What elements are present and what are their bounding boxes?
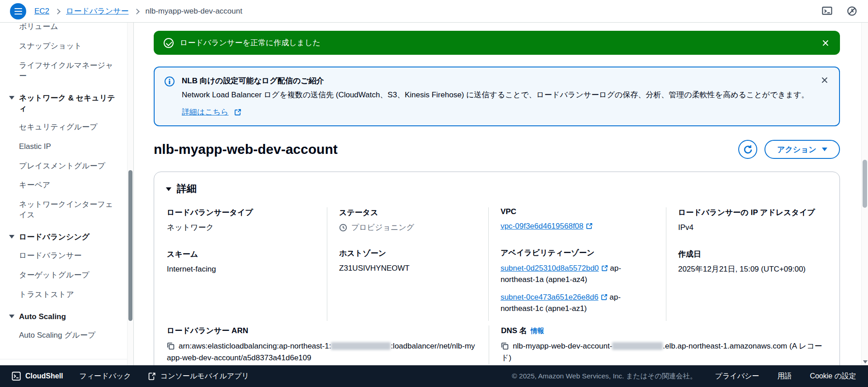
clock-slash-icon[interactable]: [846, 5, 858, 17]
mobile-app-icon: [147, 372, 156, 381]
sidebar-item-volumes[interactable]: ボリューム: [0, 23, 133, 37]
sidebar-scrollbar[interactable]: [127, 23, 133, 365]
main-content: ロードバランサーを正常に作成しました NLB 向けの設定可能なログ配信のご紹介 …: [134, 23, 868, 365]
details-column-2: ステータス プロビジョニング ホストゾーン Z31USIVHYNEOWT: [327, 207, 489, 321]
sidebar-item-settings[interactable]: 設定: [0, 359, 133, 365]
breadcrumb-ec2[interactable]: EC2: [34, 7, 49, 16]
sidebar-item-snapshots[interactable]: スナップショット: [0, 37, 133, 56]
actions-dropdown-button[interactable]: アクション: [764, 140, 840, 159]
field-status: ステータス プロビジョニング: [339, 207, 476, 233]
page-title: nlb-myapp-web-dev-account: [154, 142, 338, 157]
sidebar-item-load-balancers[interactable]: ロードバランサー: [0, 246, 133, 266]
sidebar-section-auto-scaling[interactable]: Auto Scaling: [0, 305, 133, 326]
flash-message: ロードバランサーを正常に作成しました: [180, 38, 321, 48]
sidebar-section-load-balancing[interactable]: ロードバランシング: [0, 225, 133, 246]
caret-down-icon: [9, 315, 14, 318]
alert-content: NLB 向けの設定可能なログ配信のご紹介 Network Load Balanc…: [182, 76, 813, 117]
caret-down-icon: [166, 187, 171, 191]
sidebar-item-elastic-ip[interactable]: Elastic IP: [0, 137, 133, 157]
field-vpc: VPC vpc-09f3e6d4619568f08: [500, 207, 654, 232]
flash-close-button[interactable]: [821, 38, 830, 48]
page-actions: アクション: [738, 140, 840, 159]
subnet-2-link[interactable]: subnet-0ce473a651e26e8d6: [500, 293, 598, 301]
terms-link[interactable]: 用語: [777, 372, 792, 381]
copy-icon[interactable]: [167, 342, 175, 350]
sidebar-section-network-security[interactable]: ネットワーク & セキュリティ: [0, 86, 133, 118]
topnav-right-tools: [821, 5, 858, 17]
details-heading: 詳細: [177, 182, 197, 196]
vpc-link[interactable]: vpc-09f3e6d4619568f08: [500, 222, 583, 230]
learn-more-link[interactable]: 詳細はこちら: [182, 107, 241, 117]
top-navigation: EC2 ロードバランサー nlb-myapp-web-dev-account: [0, 0, 868, 23]
chevron-right-icon: [134, 9, 140, 14]
caret-down-icon: [9, 235, 14, 239]
details-expander[interactable]: 詳細: [166, 182, 828, 196]
nlb-log-info-alert: NLB 向けの設定可能なログ配信のご紹介 Network Load Balanc…: [154, 67, 840, 126]
details-grid: ロードバランサータイプ ネットワーク スキーム Internet-facing …: [166, 207, 828, 321]
details-column-3: VPC vpc-09f3e6d4619568f08 アベイラビリティーゾーン s…: [489, 207, 666, 321]
subnet-row: subnet-0ce473a651e26e8d6 ap-northeast-1c…: [500, 291, 654, 315]
details-card: 詳細 ロードバランサータイプ ネットワーク スキーム Internet-faci…: [154, 172, 840, 365]
copyright-text: © 2025, Amazon Web Services, Inc. またはその関…: [512, 372, 697, 381]
pending-clock-icon: [339, 224, 347, 232]
sidebar-scrollbar-thumb[interactable]: [128, 170, 132, 321]
footer-right: © 2025, Amazon Web Services, Inc. またはその関…: [512, 372, 856, 381]
sidebar-section-label: ネットワーク & セキュリティ: [19, 93, 120, 114]
dns-info-link[interactable]: 情報: [531, 327, 544, 335]
info-icon: [165, 76, 175, 86]
details-column-4: ロードバランサーの IP アドレスタイプ IPv4 作成日 2025年12月21…: [666, 207, 828, 321]
sidebar-item-key-pairs[interactable]: キーペア: [0, 176, 133, 195]
subnet-row: subnet-0d25310d8a5572bd0 ap-northeast-1a…: [500, 263, 654, 286]
external-link-icon: [234, 109, 241, 116]
alert-close-button[interactable]: [820, 76, 829, 85]
caret-down-icon: [9, 96, 14, 100]
aws-console-window: EC2 ロードバランサー nlb-myapp-web-dev-account ボ…: [0, 0, 868, 387]
hamburger-menu-button[interactable]: [10, 3, 26, 19]
sidebar-item-lifecycle-manager[interactable]: ライフサイクルマネージャー: [0, 56, 133, 86]
success-flashbar: ロードバランサーを正常に作成しました: [154, 31, 840, 55]
field-lb-type: ロードバランサータイプ ネットワーク: [167, 207, 315, 234]
sidebar-item-auto-scaling-groups[interactable]: Auto Scaling グループ: [0, 326, 133, 345]
sidebar-item-security-groups[interactable]: セキュリティグループ: [0, 118, 133, 137]
scrollbar-down-arrow[interactable]: [863, 360, 868, 363]
field-dns-name: DNS 名 情報 nlb-myapp-web-dev-account-.elb.…: [489, 325, 828, 364]
sidebar-section-label: Auto Scaling: [19, 312, 66, 322]
sidebar-item-trust-stores[interactable]: トラストストア: [0, 285, 133, 305]
sidebar-item-placement-groups[interactable]: プレイスメントグループ: [0, 157, 133, 176]
copy-icon[interactable]: [501, 342, 509, 350]
field-ip-address-type: ロードバランサーの IP アドレスタイプ IPv4: [678, 207, 816, 234]
external-link-icon: [601, 294, 608, 301]
cloudshell-icon: [12, 372, 21, 381]
caret-down-icon: [822, 148, 827, 151]
breadcrumb-load-balancers[interactable]: ロードバランサー: [66, 6, 128, 16]
status-badge: プロビジョニング: [339, 222, 476, 233]
field-scheme: スキーム Internet-facing: [167, 249, 315, 275]
console-mobile-app-button[interactable]: コンソールモバイルアプリ: [147, 372, 249, 381]
alert-title: NLB 向けの設定可能なログ配信のご紹介: [182, 76, 813, 86]
arn-value: arn:aws:elasticloadbalancing:ap-northeas…: [167, 340, 477, 364]
alert-body: Network Load Balancer ログを複数の送信先 (CloudWa…: [182, 89, 810, 101]
page-scrollbar[interactable]: [861, 23, 868, 365]
success-check-icon: [164, 38, 174, 48]
field-created-date: 作成日 2025年12月21日, 15:09 (UTC+09:00): [678, 249, 816, 275]
cloudshell-button[interactable]: CloudShell: [12, 372, 63, 381]
page-header: nlb-myapp-web-dev-account アクション: [154, 140, 840, 159]
close-icon: [821, 38, 830, 48]
feedback-button[interactable]: フィードバック: [80, 372, 131, 381]
subnet-1-link[interactable]: subnet-0d25310d8a5572bd0: [500, 264, 599, 272]
ec2-sidebar: ボリューム スナップショット ライフサイクルマネージャー ネットワーク & セキ…: [0, 23, 134, 365]
field-hosted-zone: ホストゾーン Z31USIVHYNEOWT: [339, 248, 476, 274]
field-availability-zones: アベイラビリティーゾーン subnet-0d25310d8a5572bd0 ap…: [500, 248, 654, 315]
page-scrollbar-thumb[interactable]: [863, 160, 867, 208]
close-icon: [820, 76, 829, 85]
cookie-settings-link[interactable]: Cookie の設定: [810, 372, 856, 381]
sidebar-section-label: ロードバランシング: [19, 232, 90, 243]
console-terminal-icon[interactable]: [821, 5, 833, 17]
details-bottom-row: ロードバランサー ARN arn:aws:elasticloadbalancin…: [166, 325, 828, 364]
sidebar-item-target-groups[interactable]: ターゲットグループ: [0, 266, 133, 285]
sidebar-item-network-interfaces[interactable]: ネットワークインターフェイス: [0, 195, 133, 225]
redacted-account-id: [331, 342, 391, 350]
refresh-button[interactable]: [738, 140, 757, 159]
privacy-link[interactable]: プライバシー: [715, 372, 760, 381]
main-layout: ボリューム スナップショット ライフサイクルマネージャー ネットワーク & セキ…: [0, 23, 868, 365]
